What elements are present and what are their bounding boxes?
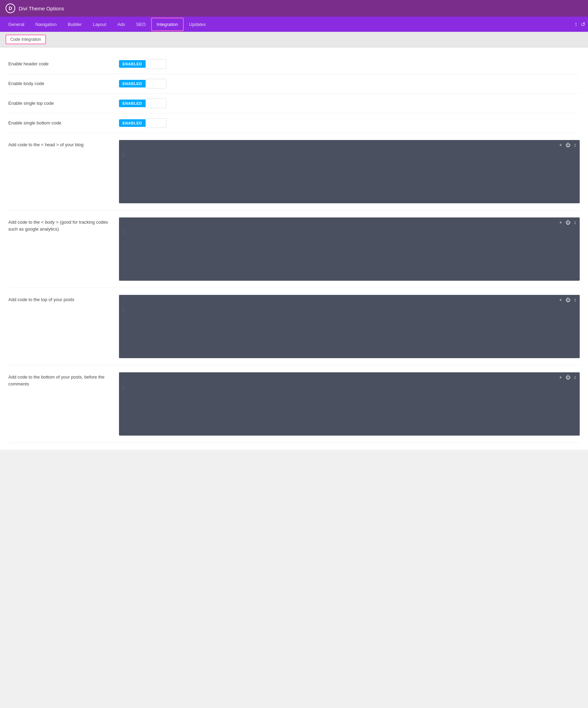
code-integration-tab[interactable]: Code Integration bbox=[6, 35, 46, 44]
code-editor-body-top-posts[interactable]: 1 bbox=[119, 305, 580, 358]
setting-label-single-bottom: Enable single bottom code bbox=[8, 120, 112, 126]
editor-sort-icon-head[interactable]: ↕ bbox=[574, 142, 576, 148]
nav-item-ads[interactable]: Ads bbox=[112, 18, 130, 31]
setting-row-body: Enable body code ENABLED bbox=[8, 74, 580, 94]
main-content: Enable header code ENABLED Enable body c… bbox=[0, 47, 588, 450]
nav-item-updates[interactable]: Updates bbox=[184, 18, 211, 31]
editor-plus-icon-head[interactable]: + bbox=[559, 142, 562, 148]
nav-item-general[interactable]: General bbox=[3, 18, 30, 31]
editor-power-icon-body[interactable]: ⏻ bbox=[566, 220, 570, 225]
setting-row-single-top: Enable single top code ENABLED bbox=[8, 94, 580, 113]
code-editor-body-head[interactable]: 1 bbox=[119, 150, 580, 203]
setting-control-single-bottom: ENABLED bbox=[119, 118, 166, 128]
editor-toolbar-top-posts: + ⏻ ↕ bbox=[119, 295, 580, 305]
divi-logo: D bbox=[6, 3, 15, 13]
toggle-single-bottom[interactable] bbox=[146, 118, 166, 128]
editor-toolbar-bottom-posts: + ⏻ ↕ bbox=[119, 372, 580, 382]
setting-label-body: Enable body code bbox=[8, 81, 112, 87]
enabled-badge-single-bottom: ENABLED bbox=[119, 119, 146, 127]
editor-sort-icon-bottom-posts[interactable]: ↕ bbox=[574, 374, 576, 380]
code-editor-body: + ⏻ ↕ 1 bbox=[119, 217, 580, 281]
code-label-top-posts: Add code to the top of your posts bbox=[8, 295, 112, 303]
setting-control-body: ENABLED bbox=[119, 79, 166, 88]
nav-item-seo[interactable]: SEO bbox=[131, 18, 151, 31]
line-number-body: 1 bbox=[122, 230, 125, 235]
enabled-badge-body: ENABLED bbox=[119, 80, 146, 87]
code-editor-body-body[interactable]: 1 bbox=[119, 227, 580, 281]
editor-power-icon-bottom-posts[interactable]: ⏻ bbox=[566, 374, 570, 380]
app-title: Divi Theme Options bbox=[19, 6, 64, 11]
editor-toolbar-body: + ⏻ ↕ bbox=[119, 217, 580, 227]
enabled-badge-single-top: ENABLED bbox=[119, 100, 146, 107]
reset-icon[interactable]: ↺ bbox=[581, 21, 585, 28]
nav-bar: General Navigation Builder Layout Ads SE… bbox=[0, 17, 588, 32]
toggle-body[interactable] bbox=[146, 79, 166, 88]
code-label-bottom-posts: Add code to the bottom of your posts, be… bbox=[8, 372, 112, 387]
setting-row-single-bottom: Enable single bottom code ENABLED bbox=[8, 113, 580, 133]
nav-item-builder[interactable]: Builder bbox=[62, 18, 87, 31]
setting-row-header: Enable header code ENABLED bbox=[8, 54, 580, 74]
nav-items: General Navigation Builder Layout Ads SE… bbox=[3, 18, 575, 31]
editor-plus-icon-bottom-posts[interactable]: + bbox=[559, 374, 562, 380]
editor-plus-icon-body[interactable]: + bbox=[559, 220, 562, 225]
code-label-head: Add code to the < head > of your blog bbox=[8, 140, 112, 148]
code-editor-body-bottom-posts[interactable]: 1 bbox=[119, 382, 580, 436]
sort-icon[interactable]: ↕ bbox=[575, 21, 577, 27]
nav-item-navigation[interactable]: Navigation bbox=[30, 18, 62, 31]
title-bar: D Divi Theme Options bbox=[0, 0, 588, 17]
sub-nav: Code Integration bbox=[0, 32, 588, 47]
toggle-single-top[interactable] bbox=[146, 99, 166, 108]
setting-label-header: Enable header code bbox=[8, 61, 112, 67]
code-section-top-posts: Add code to the top of your posts + ⏻ ↕ … bbox=[8, 288, 580, 365]
nav-item-integration[interactable]: Integration bbox=[151, 18, 183, 31]
nav-actions: ↕ ↺ bbox=[575, 21, 585, 28]
nav-item-layout[interactable]: Layout bbox=[87, 18, 112, 31]
toggle-header[interactable] bbox=[146, 59, 166, 69]
code-section-bottom-posts: Add code to the bottom of your posts, be… bbox=[8, 365, 580, 443]
code-editor-head: + ⏻ ↕ 1 bbox=[119, 140, 580, 203]
editor-sort-icon-top-posts[interactable]: ↕ bbox=[574, 297, 576, 302]
enabled-badge-header: ENABLED bbox=[119, 60, 146, 68]
editor-plus-icon-top-posts[interactable]: + bbox=[559, 297, 562, 302]
code-editor-bottom-posts: + ⏻ ↕ 1 bbox=[119, 372, 580, 436]
editor-sort-icon-body[interactable]: ↕ bbox=[574, 220, 576, 225]
setting-control-header: ENABLED bbox=[119, 59, 166, 69]
code-label-body: Add code to the < body > (good for track… bbox=[8, 217, 112, 232]
editor-power-icon-top-posts[interactable]: ⏻ bbox=[566, 297, 570, 302]
editor-power-icon-head[interactable]: ⏻ bbox=[566, 142, 570, 148]
editor-toolbar-head: + ⏻ ↕ bbox=[119, 140, 580, 150]
line-number-top-posts: 1 bbox=[122, 307, 125, 312]
line-number-head: 1 bbox=[122, 152, 125, 157]
setting-control-single-top: ENABLED bbox=[119, 99, 166, 108]
line-number-bottom-posts: 1 bbox=[122, 385, 125, 390]
code-section-head: Add code to the < head > of your blog + … bbox=[8, 133, 580, 211]
code-editor-top-posts: + ⏻ ↕ 1 bbox=[119, 295, 580, 358]
setting-label-single-top: Enable single top code bbox=[8, 100, 112, 106]
code-section-body: Add code to the < body > (good for track… bbox=[8, 211, 580, 288]
